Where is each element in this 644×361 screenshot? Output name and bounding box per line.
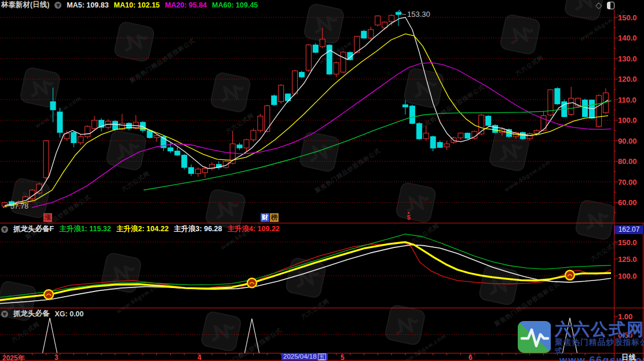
x-axis-label: 5 <box>341 353 345 361</box>
y-axis-label: 60.00 <box>618 198 637 207</box>
zhushenglang4-label: 主升浪4: 109.22 <box>227 224 279 234</box>
x-axis-label: 6 <box>469 353 473 361</box>
y-axis-label: 140.0 <box>618 34 637 42</box>
y-axis-label: 100.0 <box>618 116 637 125</box>
diamond-icon[interactable]: ◇ <box>595 0 602 10</box>
ma5-label: MA5: 109.83 <box>67 1 108 9</box>
window-icon[interactable] <box>607 2 614 9</box>
date-highlight-badge: 2025/04/18 五 <box>281 353 328 360</box>
chart-canvas[interactable] <box>0 0 644 361</box>
x-axis-label: 2025年 <box>2 353 25 361</box>
zhushenglang1-label: 主升浪1: 115.32 <box>59 224 111 234</box>
y-axis-label: 125.0 <box>618 255 637 264</box>
indicator-name: 抓龙头必备F <box>13 224 54 234</box>
y-axis-label: 90.00 <box>618 137 637 145</box>
dollar-icon: $ <box>407 215 411 220</box>
x-axis-label: 4 <box>197 353 202 361</box>
y-axis-label: 70.00 <box>618 178 637 187</box>
highlight-date: 2025/04/18 <box>283 353 317 360</box>
collapse-panel-icon[interactable]: ▾ <box>1 226 8 233</box>
y-axis-label: 150.0 <box>618 238 637 247</box>
x-axis-label: 3 <box>54 353 58 361</box>
ma10-label: MA10: 102.15 <box>114 1 160 9</box>
y-axis-label: 130.0 <box>618 54 637 63</box>
zhushenglang2-label: 主升浪2: 104.22 <box>116 224 169 234</box>
main-chart-header: 林泰新材(日线) ▾ MA5: 109.83 MA10: 102.15 MA20… <box>1 0 258 10</box>
low-price-annotation: ← 57.78 <box>1 202 28 210</box>
y-axis-label: 150.0 <box>618 13 637 22</box>
ma20-label: MA20: 95.84 <box>165 1 207 9</box>
y-axis-label: 100.0 <box>618 272 637 280</box>
collapse-panel-icon[interactable]: ▾ <box>54 2 61 9</box>
watermark-brand: 六六公式网 <box>555 320 644 338</box>
cai-badge[interactable]: 财 <box>261 213 269 222</box>
y-axis-label: 120.0 <box>618 75 637 83</box>
zhushenglang3-label: 主升浪3: 96.28 <box>174 224 222 234</box>
xg-value-label: XG: 0.00 <box>55 310 84 318</box>
y-axis-label: 110.0 <box>618 96 636 104</box>
panel2-header: ▾ 抓龙头必备F 主升浪1: 115.32 主升浪2: 104.22 主升浪3:… <box>1 224 280 234</box>
page-title: 林泰新材(日线) <box>1 0 49 10</box>
y-axis-label: 80.00 <box>618 157 637 166</box>
high-price-annotation: 153.30 <box>407 10 430 19</box>
panel3-header: ▾ 抓龙头必备 XG: 0.00 <box>1 309 84 319</box>
indicator-name: 抓龙头必备 <box>13 309 50 319</box>
stock-app-window: www.66gsw.com 聚焦热门精品炒股指标公式 六六公式网 聚焦热门精品炒… <box>0 0 644 361</box>
latest-value-badge: 162.07 <box>614 225 643 234</box>
ma60-label: MA60: 109.45 <box>212 1 258 9</box>
bang-badge[interactable]: 榜 <box>270 213 279 222</box>
period-label[interactable]: 日线 <box>621 353 636 361</box>
site-logo-icon <box>517 320 551 353</box>
sell-signal-marker: ▲ $ <box>407 210 411 220</box>
highlight-weekday: 五 <box>318 353 327 360</box>
zhang-badge[interactable]: 涨 <box>43 213 52 222</box>
collapse-panel-icon[interactable]: ▾ <box>1 311 8 318</box>
